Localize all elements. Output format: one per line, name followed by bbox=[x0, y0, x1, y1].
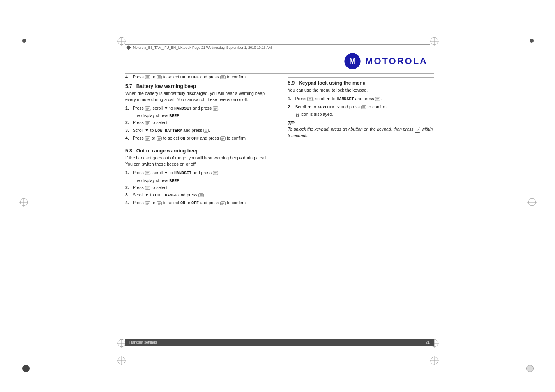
motorola-m-icon: M bbox=[344, 53, 361, 70]
section-57-title: Battery low warning beep bbox=[136, 83, 196, 89]
step-58-3: 3. Scroll ▼ to OUT RANGE and press . bbox=[125, 192, 272, 199]
reg-mark-btm2-right bbox=[429, 356, 439, 367]
svg-rect-88 bbox=[296, 115, 298, 117]
right-column: 5.9 Keypad lock using the menu You can u… bbox=[288, 74, 434, 208]
section-59-steps: 1. Press , scroll ▼ to HANDSET and press… bbox=[288, 96, 434, 117]
main-content: 4. Press or to select ON or OFF and pres… bbox=[125, 74, 434, 343]
step-58-1-sub: The display shows BEEP. bbox=[133, 178, 272, 183]
footer-page-number: 21 bbox=[426, 340, 430, 344]
corner-circle-br bbox=[526, 365, 534, 372]
reg-mark-top-right bbox=[429, 36, 439, 47]
header-diamond bbox=[126, 45, 131, 50]
pre-section-step4: 4. Press or to select ON or OFF and pres… bbox=[125, 74, 272, 81]
section-58-title: Out of range warning beep bbox=[136, 148, 199, 154]
section-58: 5.8 Out of range warning beep If the han… bbox=[125, 148, 272, 207]
step-content-4-pre: Press or to select ON or OFF and press t… bbox=[133, 74, 272, 81]
section-58-intro: If the handset goes out of range, you wi… bbox=[125, 155, 272, 167]
step-57-1: 1. Press , scroll ▼ to HANDSET and press… bbox=[125, 105, 272, 112]
header-bar: Motorola_E5_TAM_IFU_EN_UK.book Page 21 W… bbox=[125, 44, 430, 51]
section-57: 5.7 Battery low warning beep When the ba… bbox=[125, 83, 272, 142]
content-top-rule bbox=[125, 73, 434, 74]
section-57-intro: When the battery is almost fully dischar… bbox=[125, 90, 272, 103]
step-57-2: 2. Press to select. bbox=[125, 120, 272, 126]
section-59-title: Keypad lock using the menu bbox=[299, 80, 366, 86]
reg-mark-btm2-left bbox=[117, 356, 127, 367]
step-57-3: 3. Scroll ▼ to LOW BATTERY and press . bbox=[125, 127, 272, 134]
step-59-2-sub: icon is displayed. bbox=[295, 112, 434, 117]
section-59-divider bbox=[288, 77, 434, 78]
step-57-1-sub: The display shows BEEP. bbox=[133, 113, 272, 118]
reg-mark-mid-left bbox=[19, 197, 29, 208]
tip-section: TIP To unlock the keypad, press any butt… bbox=[288, 120, 434, 138]
step-58-2: 2. Press to select. bbox=[125, 184, 272, 191]
motorola-brand-text: MOTOROLA bbox=[365, 56, 428, 67]
tip-text: To unlock the keypad, press any button o… bbox=[288, 126, 434, 138]
section-59-intro: You can use the menu to lock the keypad. bbox=[288, 87, 434, 93]
section-57-number: 5.7 bbox=[125, 83, 132, 89]
section-58-number: 5.8 bbox=[125, 148, 132, 154]
left-column: 4. Press or to select ON or OFF and pres… bbox=[125, 74, 272, 208]
section-58-steps: 1. Press , scroll ▼ to HANDSET and press… bbox=[125, 170, 272, 207]
step-57-4: 4. Press or to select ON or OFF and pres… bbox=[125, 135, 272, 142]
tip-label: TIP bbox=[288, 120, 434, 125]
svg-text:↩: ↩ bbox=[416, 128, 419, 131]
section-57-steps: 1. Press , scroll ▼ to HANDSET and press… bbox=[125, 105, 272, 142]
section-59: 5.9 Keypad lock using the menu You can u… bbox=[288, 77, 434, 139]
step-num-4-pre: 4. bbox=[125, 74, 133, 81]
corner-dot-tl bbox=[22, 39, 26, 43]
footer-bar: Handset settings 21 bbox=[125, 339, 434, 346]
reg-mark-mid-right bbox=[527, 197, 537, 208]
motorola-logo: M MOTOROLA bbox=[344, 53, 428, 70]
footer-left-text: Handset settings bbox=[129, 340, 157, 344]
corner-dot-tr bbox=[530, 39, 534, 43]
step-58-4: 4. Press or to select ON or OFF and pres… bbox=[125, 200, 272, 207]
section-59-number: 5.9 bbox=[288, 80, 295, 86]
corner-circle-bl bbox=[22, 365, 30, 372]
step-59-2: 2. Scroll ▼ to KEYLOCK ? and press to co… bbox=[288, 104, 434, 111]
step-58-1: 1. Press , scroll ▼ to HANDSET and press… bbox=[125, 170, 272, 177]
step-59-1: 1. Press , scroll ▼ to HANDSET and press… bbox=[288, 96, 434, 103]
svg-text:M: M bbox=[349, 56, 356, 65]
header-file-info: Motorola_E5_TAM_IFU_EN_UK.book Page 21 W… bbox=[133, 46, 272, 50]
